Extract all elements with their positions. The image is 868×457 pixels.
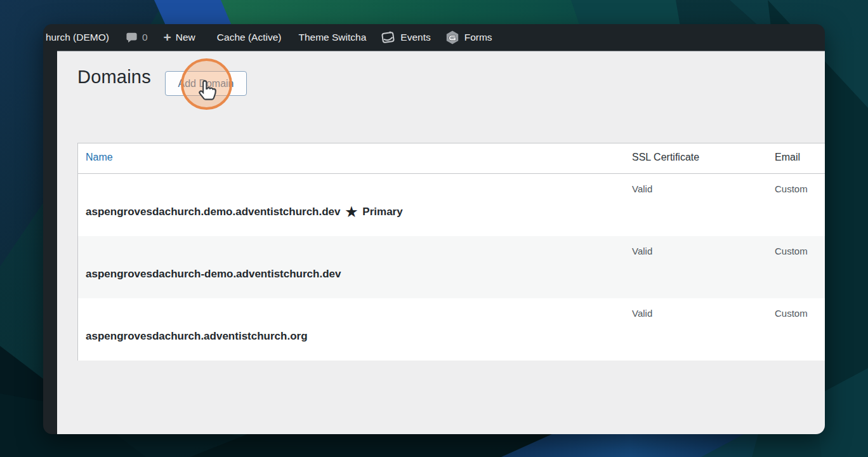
column-header-ssl: SSL Certificate (624, 143, 767, 173)
admin-bar-cache[interactable]: Cache (Active) (217, 32, 282, 43)
admin-bar-forms[interactable]: Forms (445, 30, 492, 45)
domain-name: aspengrovesdachurch.demo.adventistchurch… (86, 206, 341, 218)
ssl-status: Valid (624, 174, 767, 236)
events-label: Events (400, 32, 430, 43)
admin-bar-site-name[interactable]: hurch (DEMO) (46, 32, 109, 43)
table-row: aspengrovesdachurch-demo.adventistchurch… (78, 236, 825, 298)
comments-count: 0 (142, 32, 148, 43)
ssl-status: Valid (624, 236, 767, 298)
admin-bar: hurch (DEMO) 0 + New Cache (Active) Them… (43, 24, 825, 51)
email-type: Custom (767, 298, 825, 361)
new-label: New (176, 32, 195, 43)
calendar-events-icon (380, 30, 396, 45)
column-header-email: Email (767, 143, 825, 173)
forms-label: Forms (464, 32, 492, 43)
admin-bar-new[interactable]: + New (164, 31, 195, 44)
comment-bubble-icon (126, 32, 138, 43)
primary-badge-label: Primary (362, 206, 402, 218)
admin-content-area: Domains Add Domain Name SSL Certificate … (57, 51, 825, 434)
admin-bar-theme-switcher[interactable]: Theme Switcha (298, 32, 366, 43)
table-row: aspengrovesdachurch.adventistchurch.org … (78, 298, 825, 361)
admin-bar-comments[interactable]: 0 (126, 32, 148, 43)
domain-name: aspengrovesdachurch-demo.adventistchurch… (86, 268, 341, 281)
email-type: Custom (767, 174, 825, 236)
add-domain-button[interactable]: Add Domain (165, 71, 247, 96)
screenshot-stage: hurch (DEMO) 0 + New Cache (Active) Them… (0, 0, 868, 457)
ssl-status: Valid (624, 298, 767, 361)
browser-window: hurch (DEMO) 0 + New Cache (Active) Them… (43, 24, 825, 434)
table-row: aspengrovesdachurch.demo.adventistchurch… (78, 174, 825, 236)
primary-star-icon: ★ (346, 205, 358, 218)
domains-table: Name SSL Certificate Email aspengrovesda… (77, 143, 825, 361)
plus-icon: + (164, 30, 171, 44)
site-name-label: hurch (DEMO) (46, 32, 109, 43)
theme-switcher-label: Theme Switcha (298, 32, 366, 43)
column-header-name[interactable]: Name (78, 143, 624, 173)
cache-label: Cache (Active) (217, 32, 282, 43)
domain-name: aspengrovesdachurch.adventistchurch.org (86, 330, 308, 343)
gravity-forms-hexagon-icon (445, 30, 460, 45)
page-title: Domains (77, 67, 151, 88)
admin-bar-events[interactable]: Events (380, 30, 430, 45)
email-type: Custom (767, 236, 825, 298)
table-header-row: Name SSL Certificate Email (78, 143, 825, 174)
